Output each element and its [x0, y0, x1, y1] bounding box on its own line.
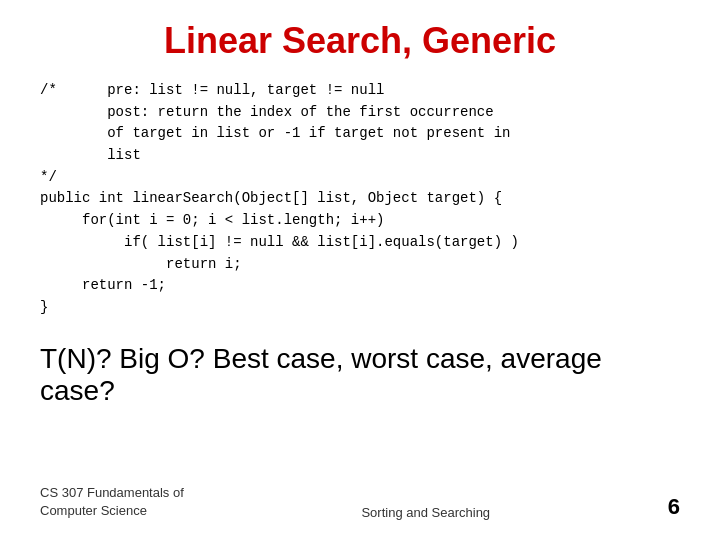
slide-title: Linear Search, Generic: [40, 20, 680, 62]
slide-footer: CS 307 Fundamentals of Computer Science …: [40, 474, 680, 520]
footer-left: CS 307 Fundamentals of Computer Science: [40, 484, 184, 520]
slide: Linear Search, Generic /* pre: list != n…: [0, 0, 720, 540]
code-block: /* pre: list != null, target != null pos…: [40, 80, 680, 319]
footer-course-line2: Computer Science: [40, 502, 184, 520]
footer-course-line1: CS 307 Fundamentals of: [40, 484, 184, 502]
footer-page-number: 6: [668, 494, 680, 520]
question-text: T(N)? Big O? Best case, worst case, aver…: [40, 343, 680, 407]
footer-topic: Sorting and Searching: [361, 505, 490, 520]
